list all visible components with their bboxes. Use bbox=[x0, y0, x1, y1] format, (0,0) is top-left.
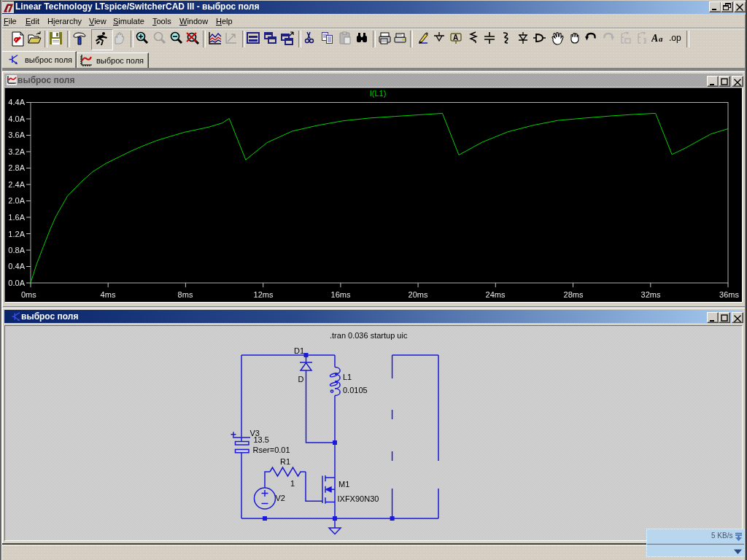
svg-text:2.0A: 2.0A bbox=[8, 196, 25, 205]
svg-text:1.2A: 1.2A bbox=[8, 230, 25, 238]
svg-text:Rser=0.01: Rser=0.01 bbox=[253, 446, 290, 454]
svg-text:32ms: 32ms bbox=[641, 290, 661, 299]
svg-text:36ms: 36ms bbox=[719, 290, 739, 299]
svg-text:0ms: 0ms bbox=[21, 290, 36, 299]
svg-text:1: 1 bbox=[290, 479, 295, 488]
svg-text:0.0A: 0.0A bbox=[8, 279, 25, 287]
svg-text:28ms: 28ms bbox=[564, 290, 584, 299]
svg-text:2.4A: 2.4A bbox=[8, 180, 25, 189]
svg-text:R1: R1 bbox=[280, 457, 290, 466]
svg-text:0.8A: 0.8A bbox=[8, 246, 25, 254]
svg-text:2.8A: 2.8A bbox=[8, 163, 25, 172]
svg-text:a: a bbox=[659, 34, 663, 43]
svg-text:8ms: 8ms bbox=[178, 290, 193, 299]
svg-text:4.0A: 4.0A bbox=[8, 114, 25, 123]
svg-text:D1: D1 bbox=[294, 346, 304, 355]
svg-text:L1: L1 bbox=[343, 373, 352, 381]
svg-text:A: A bbox=[651, 33, 658, 44]
svg-text:A: A bbox=[453, 34, 458, 42]
svg-text:D: D bbox=[298, 375, 304, 384]
svg-text:M1: M1 bbox=[338, 480, 349, 489]
svg-text:0.0105: 0.0105 bbox=[343, 386, 368, 394]
svg-text:16ms: 16ms bbox=[331, 290, 351, 299]
svg-text:0.4A: 0.4A bbox=[8, 262, 25, 271]
svg-text:IXFX90N30: IXFX90N30 bbox=[338, 494, 379, 503]
svg-text:3.6A: 3.6A bbox=[8, 131, 25, 139]
svg-text:24ms: 24ms bbox=[486, 290, 506, 299]
svg-text:12ms: 12ms bbox=[254, 290, 274, 299]
svg-text:V2: V2 bbox=[276, 494, 285, 502]
svg-text:1.6A: 1.6A bbox=[8, 213, 25, 222]
svg-text:13.5: 13.5 bbox=[254, 435, 269, 444]
svg-text:.op: .op bbox=[669, 33, 681, 43]
svg-text:.tran 0.036 startup uic: .tran 0.036 startup uic bbox=[330, 331, 408, 340]
svg-text:3.2A: 3.2A bbox=[8, 147, 25, 156]
svg-text:4ms: 4ms bbox=[101, 290, 116, 299]
svg-text:I(L1): I(L1) bbox=[370, 89, 387, 98]
svg-text:4.4A: 4.4A bbox=[8, 98, 25, 106]
svg-text:20ms: 20ms bbox=[409, 290, 428, 299]
